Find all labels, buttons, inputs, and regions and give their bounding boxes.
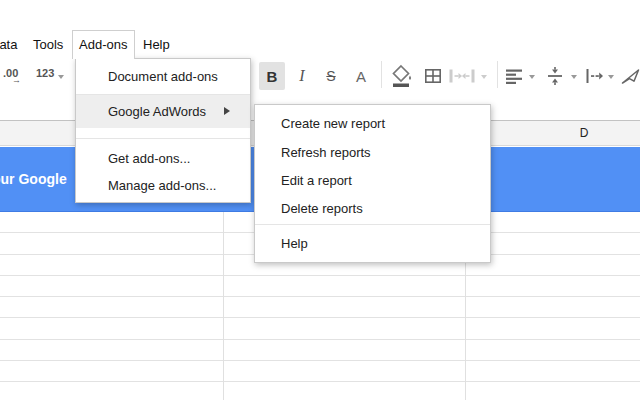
vertical-align-icon <box>547 67 563 85</box>
menubar-item-addons-open[interactable]: Add-ons <box>72 30 135 59</box>
borders-button[interactable] <box>421 62 445 90</box>
adwords-submenu: Create new report Refresh reports Edit a… <box>254 104 491 263</box>
fill-color-button[interactable] <box>389 62 413 90</box>
menu-item-manage-addons[interactable]: Manage add-ons... <box>76 172 250 199</box>
menu-item-document-addons: Document add-ons <box>76 59 250 94</box>
menu-separator <box>76 138 250 139</box>
text-color-label: A <box>356 68 366 85</box>
menu-separator <box>255 224 490 225</box>
strikethrough-button[interactable]: S <box>318 62 344 90</box>
bold-button[interactable]: B <box>259 62 285 90</box>
strikethrough-label: S <box>326 68 335 84</box>
vertical-align-caret-icon[interactable] <box>571 75 577 79</box>
fill-color-icon <box>390 64 412 88</box>
submenu-item-delete-reports[interactable]: Delete reports <box>255 195 490 223</box>
horizontal-align-button[interactable] <box>504 62 526 90</box>
menu-item-get-addons[interactable]: Get add-ons... <box>76 145 250 172</box>
italic-button[interactable]: I <box>289 62 315 90</box>
bold-label: B <box>267 68 278 85</box>
text-wrap-button[interactable] <box>583 62 605 90</box>
menubar-item-tools[interactable]: Tools <box>33 37 63 52</box>
merge-cells-caret-icon <box>481 75 487 79</box>
vertical-align-button[interactable] <box>544 62 566 90</box>
google-adwords-label: Google AdWords <box>108 104 206 119</box>
horizontal-align-caret-icon[interactable] <box>529 75 535 79</box>
text-wrap-caret-icon[interactable] <box>608 75 614 79</box>
addons-menu: Document add-ons Google AdWords Get add-… <box>75 58 251 203</box>
borders-icon <box>424 67 442 85</box>
toolbar-divider <box>497 61 498 88</box>
menubar-item-help[interactable]: Help <box>143 37 170 52</box>
increase-decimal-arrow-icon: → <box>12 75 21 85</box>
merge-cells-button-disabled <box>448 62 476 90</box>
text-wrap-icon <box>585 68 603 84</box>
column-header-d[interactable]: D <box>574 126 594 140</box>
italic-label: I <box>299 67 304 85</box>
submenu-item-refresh-reports[interactable]: Refresh reports <box>255 139 490 167</box>
submenu-item-create-new-report[interactable]: Create new report <box>255 109 490 139</box>
insert-comment-button[interactable] <box>618 62 640 90</box>
banner-text: our Google <box>0 147 67 211</box>
submenu-arrow-icon <box>224 107 230 115</box>
submenu-item-help[interactable]: Help <box>255 229 490 259</box>
number-format-button[interactable]: 123 <box>36 67 54 79</box>
text-color-button[interactable]: A <box>348 62 374 90</box>
merge-cells-icon <box>449 68 475 84</box>
menubar-item-data[interactable]: Data <box>0 37 17 52</box>
insert-comment-icon <box>620 67 640 85</box>
google-sheets-window: Data Tools Add-ons Help .00 → 123 B I S … <box>0 0 640 400</box>
menu-item-google-adwords[interactable]: Google AdWords <box>76 95 250 128</box>
number-format-caret-icon[interactable] <box>58 75 64 79</box>
column-gridline <box>223 212 224 400</box>
horizontal-align-icon <box>506 69 524 84</box>
submenu-item-edit-a-report[interactable]: Edit a report <box>255 167 490 195</box>
menubar-addons-label: Add-ons <box>79 37 127 52</box>
toolbar-divider <box>381 61 382 88</box>
